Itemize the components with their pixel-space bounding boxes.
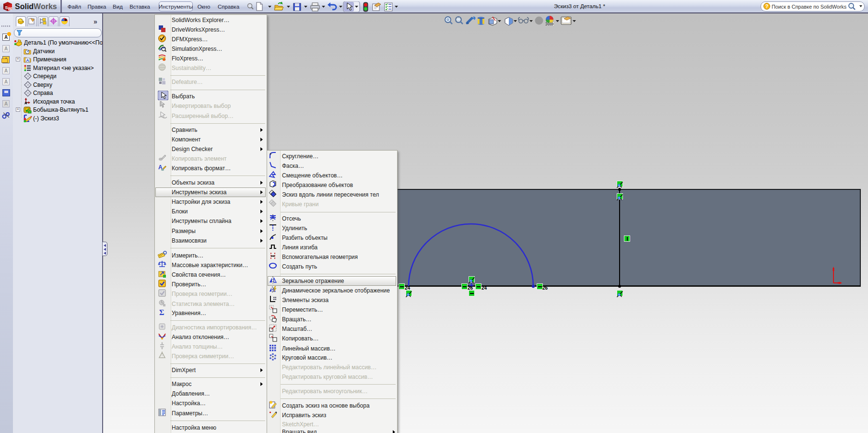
svg-text:W: W [8,6,12,11]
svg-text:?: ? [765,4,768,9]
svg-text:A: A [26,58,29,63]
svg-text:S: S [5,5,8,10]
svg-text:Σ: Σ [159,308,164,316]
